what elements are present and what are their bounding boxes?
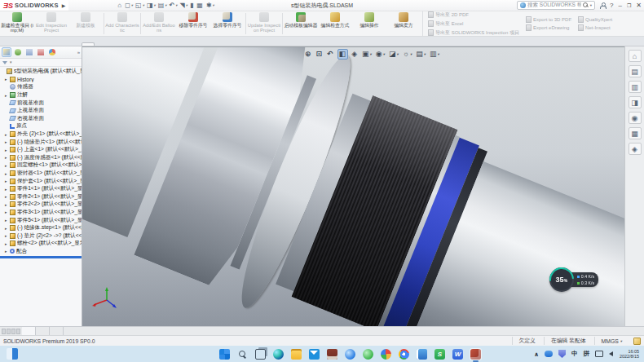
tree-item[interactable]: ▸ 配合 (0, 248, 82, 256)
tab-property-manager[interactable] (13, 47, 23, 57)
tree-item[interactable]: 上视基准面 (0, 107, 82, 115)
qat-button[interactable]: ◨▾ (147, 2, 156, 9)
ribbon-button[interactable]: Add/Edit Balloons (142, 11, 176, 36)
tab-overflow-icon[interactable]: » (77, 50, 80, 55)
ribbon-button[interactable]: 选择零件序号 (210, 11, 245, 36)
tree-item[interactable]: ▸ 外壳 (2)<1> (默认<<默认>_显示状 (0, 130, 82, 139)
tray-item[interactable] (545, 351, 553, 357)
system-monitor-widget[interactable]: 35% 0.4 K/s0.3 K/s (549, 267, 598, 292)
command-manager-tab[interactable] (47, 43, 59, 46)
tree-root-item[interactable]: s型铠装热电偶 (默认<默认_显示状态-1 (0, 68, 82, 76)
status-segment[interactable]: 在编辑 装配体 (544, 337, 594, 345)
command-manager-tab[interactable] (70, 43, 82, 46)
tab-display-manager[interactable] (47, 47, 57, 57)
search-dropdown-icon[interactable]: ▾ (590, 3, 592, 7)
view-tool[interactable]: ⊡ (315, 50, 324, 59)
tray-item[interactable] (595, 351, 603, 357)
task-pane-tab[interactable]: ◉ (629, 112, 642, 124)
command-manager-tab[interactable] (13, 43, 24, 46)
export-menu-item[interactable]: 导出至 Excel (428, 20, 519, 28)
tab-feature-manager[interactable] (2, 47, 11, 57)
ribbon-button[interactable]: Update Inspection Project (247, 11, 281, 36)
qat-button[interactable]: ↶▾ (170, 2, 178, 9)
qat-button[interactable]: ✱▾ (206, 2, 214, 9)
command-manager-tab[interactable] (59, 43, 70, 46)
tree-item[interactable]: ▸ (-) 温度传感器<1> (默认<<默认>_ (0, 154, 82, 162)
taskbar-app[interactable] (362, 348, 374, 360)
tray-item[interactable]: 中 (571, 350, 578, 358)
taskbar-app[interactable] (344, 348, 356, 360)
tree-item[interactable]: ▸ 零件2<1> (默认<<默认>_显示状 (0, 193, 82, 201)
taskbar-app[interactable] (398, 348, 410, 360)
tray-item[interactable] (609, 351, 614, 356)
tree-item[interactable]: ▸ (-) 上盖<1> (默认<<默认>_显示状 (0, 146, 82, 154)
login-user-icon[interactable] (599, 2, 606, 9)
tree-item[interactable]: 原点 (0, 122, 82, 130)
export-menu-item[interactable]: Net-Inspect (578, 24, 612, 31)
close-button[interactable]: ✕ (636, 2, 642, 10)
ribbon-button[interactable]: 启动模板编辑器 (284, 11, 318, 36)
view-tool[interactable]: ☼▾ (402, 50, 413, 59)
command-manager-tab[interactable] (24, 43, 36, 46)
task-pane-tab[interactable]: ◨ (629, 96, 642, 108)
qat-button[interactable]: ◥▾ (180, 2, 187, 9)
tree-item[interactable]: ▸ (-) 绝缘垫片<1> (默认<<默认>_显 (0, 138, 82, 146)
export-menu-item[interactable]: Export eDrawing (526, 24, 571, 31)
qat-button[interactable]: ▮ (190, 2, 194, 9)
tree-item[interactable]: ▸ 螺栓<2> (默认<<默认>_显示状态 (0, 240, 82, 248)
task-pane-tab[interactable]: ▤ (629, 65, 642, 77)
taskbar-app[interactable] (416, 348, 428, 360)
command-manager-tab[interactable] (36, 43, 47, 46)
help-search-box[interactable]: 搜索 SOLIDWORKS 帮助 ▾ (517, 1, 595, 10)
graphics-viewport[interactable]: ⊕⊡↶◧◈▣▾◉▾◪▾☼▾▤▾▥▾ 35% 0.4 K/s0.3 K/s (82, 46, 624, 326)
task-pane-tab[interactable]: ⌂ (629, 50, 642, 62)
qat-button[interactable]: ▦ (196, 2, 204, 9)
view-tool[interactable]: ⊕ (304, 50, 313, 59)
tree-item[interactable]: ▸ 密封器<1> (默认<<默认>_显示状 (0, 170, 82, 178)
ribbon-button[interactable]: 新建模板 (68, 11, 103, 36)
tab-dimxpert-manager[interactable] (36, 47, 46, 57)
tree-item[interactable]: 前视基准面 (0, 99, 82, 107)
feature-tree-filter[interactable]: ▼ (0, 59, 82, 67)
export-menu-item[interactable]: 导出至 SOLIDWORKS Inspection 项目 (428, 29, 519, 37)
ribbon-button[interactable]: Edit Inspection Project (34, 11, 68, 36)
tag-icon[interactable] (633, 338, 641, 345)
help-button[interactable]: ? (610, 2, 613, 10)
export-menu-item[interactable]: 导出至 2D PDF (428, 11, 519, 19)
status-segment[interactable]: 欠定义 (512, 337, 544, 345)
tree-item[interactable]: 右视基准面 (0, 115, 82, 123)
tree-item[interactable]: 传感器 (0, 83, 82, 91)
task-pane-tab[interactable]: ▥ (629, 81, 642, 93)
search-icon[interactable] (583, 2, 589, 8)
ribbon-button[interactable]: 移除零件序号 (176, 11, 210, 36)
taskbar-app[interactable]: S (434, 348, 446, 360)
ribbon-button[interactable]: Add Characteristic (105, 11, 139, 36)
menu-flyout-arrow-icon[interactable]: ▶ (62, 2, 66, 8)
tree-item[interactable]: ▸ 零件5<1> (默认<<默认>_显示状 (0, 216, 82, 224)
command-manager-tab[interactable] (82, 42, 95, 46)
command-manager-tab[interactable] (2, 43, 13, 46)
document-tab[interactable] (22, 327, 36, 335)
view-tool[interactable]: ◧ (337, 49, 349, 60)
status-segment[interactable]: MMGS▾ (594, 337, 629, 345)
view-tool[interactable]: ◉▾ (375, 50, 386, 59)
taskbar-app[interactable] (218, 348, 231, 360)
tree-item[interactable]: ▸ (-) 绝缘体.step<1> (默认<<默认> (0, 224, 82, 232)
taskbar-app[interactable] (272, 348, 285, 360)
tree-item[interactable]: ▸ 零件1<1> (默认<<默认>_显示状 (0, 185, 82, 193)
restore-button[interactable]: ❐ (627, 2, 631, 10)
tree-item[interactable]: ▸ 保护套<1> (默认<<默认>_显示状 (0, 177, 82, 185)
thermocouple-assembly-model[interactable] (82, 46, 624, 326)
view-tool[interactable]: ▥▾ (429, 50, 440, 59)
view-tool[interactable]: ◈ (351, 50, 359, 59)
taskbar-app[interactable] (254, 348, 267, 360)
qat-button[interactable]: ⌂ (117, 2, 122, 9)
ribbon-button[interactable]: 新建检查项目 (imp;M) (0, 11, 34, 36)
taskbar-app[interactable] (236, 348, 249, 360)
minimize-button[interactable]: – (618, 2, 621, 10)
taskbar-app[interactable] (308, 348, 320, 360)
taskbar-app[interactable] (326, 348, 338, 360)
tray-item[interactable] (558, 350, 566, 358)
taskbar-app[interactable] (290, 348, 302, 360)
view-tool[interactable]: ◪▾ (388, 50, 399, 59)
